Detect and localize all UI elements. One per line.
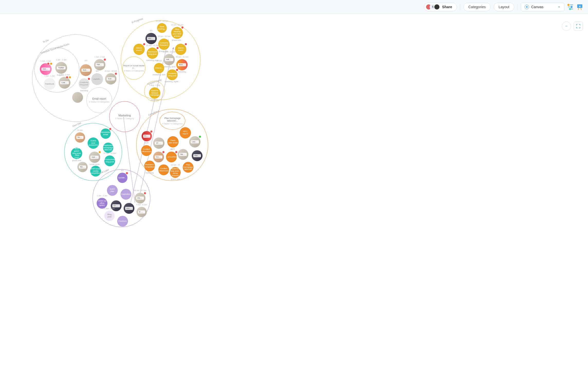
task-node-create[interactable]: Create all... bbox=[111, 200, 122, 211]
task-node-guestpost[interactable]: Guest post (LinkedIn) bbox=[88, 137, 99, 149]
task-node-schedule[interactable]: 2/3 Schedule... bbox=[80, 64, 92, 76]
view-select-value: Canvas bbox=[531, 5, 543, 9]
task-node-brief[interactable]: Brief social media competitors bbox=[90, 166, 101, 177]
categories-button[interactable]: Categories bbox=[463, 3, 491, 11]
cluster-inprogress[interactable]: In Progress Report on social media c... … bbox=[121, 20, 200, 100]
task-node-creativity2[interactable]: Creativity blog post marketing, digital.… bbox=[167, 69, 178, 80]
canvas-icon bbox=[525, 5, 529, 9]
chevron-down-icon: ▼ bbox=[558, 5, 561, 8]
cluster-later[interactable]: Done Later 0/3 Update... event plan insp… bbox=[93, 169, 150, 227]
task-node-flashsale[interactable]: Flash sale... work bbox=[142, 131, 152, 141]
task-node-subtle[interactable]: 21 Jun - 22 Jun Subtle... bbox=[105, 73, 116, 85]
cluster-label: Completed bbox=[148, 110, 159, 116]
task-node-smoothies[interactable]: 0/2 ...smoothies bbox=[166, 152, 177, 162]
task-node-techpost[interactable]: Tech guest blog post - Rich Lloyd @sara … bbox=[71, 148, 82, 159]
minus-icon: − bbox=[565, 24, 567, 29]
task-node-cleanup[interactable]: 1 Jun - 2 Jun Clean up office space bbox=[97, 198, 107, 209]
task-node-contact2[interactable]: Contact... bbox=[153, 152, 164, 162]
task-node-plan[interactable]: Plan homepage takeover bbox=[183, 162, 194, 173]
task-node-13hours[interactable]: 13 hours left... bbox=[153, 137, 164, 149]
task-node-eventplan[interactable]: event plan bbox=[107, 185, 118, 196]
fullscreen-icon bbox=[576, 24, 580, 28]
task-node-newppc[interactable]: New PPC... bbox=[178, 149, 188, 160]
zoom-out-button[interactable]: − bbox=[562, 22, 571, 31]
task-node-attend2[interactable]: Attend event bbox=[175, 44, 186, 55]
task-node-launch[interactable]: 0/3 Launch... bbox=[91, 73, 103, 85]
layout-label: Layout bbox=[499, 5, 509, 9]
task-node-monday[interactable]: 0/3 Monday... bbox=[145, 33, 157, 44]
task-node-contact1[interactable]: Contact influencers bbox=[141, 145, 152, 156]
task-node-cal[interactable] bbox=[72, 92, 83, 103]
subcluster-report-social[interactable]: Report on social media c... 4 Tasks / 0 … bbox=[122, 57, 145, 80]
subcluster-email-report[interactable]: Email report 2 Tasks / 0 Categories bbox=[86, 87, 112, 113]
task-node-twitter[interactable]: 2 Jun - 2 Jun Twitter Project L... bbox=[55, 62, 67, 74]
task-node-productivity[interactable]: 21 Jun - 22 Jun Productivity blog post bbox=[104, 155, 115, 166]
task-node-freeform[interactable]: Freeform bbox=[117, 216, 128, 227]
task-node-contact3[interactable]: Contact influencers bbox=[158, 164, 169, 175]
share-button[interactable]: 6 Share bbox=[424, 3, 457, 11]
task-node-8hours[interactable]: 4 Jun - 6 Jun 8 hours... bbox=[136, 207, 147, 217]
task-node-influencers[interactable]: 21 Jun - 22 Jun Influencers marketing, w… bbox=[163, 54, 175, 65]
task-node-creativity[interactable]: Creativity blog post marketing bbox=[79, 78, 89, 89]
layout-button[interactable]: Layout bbox=[494, 3, 514, 11]
filter-icon[interactable] bbox=[567, 4, 574, 10]
fullscreen-button[interactable] bbox=[574, 22, 583, 31]
separator bbox=[517, 4, 518, 10]
cluster-todo[interactable]: To Do Schedule Social Media Posts 1 Jun … bbox=[32, 34, 120, 122]
task-node-saas[interactable]: 13 Jun - 13 Jun Saas posting... bbox=[157, 23, 167, 33]
task-node-autumn[interactable]: 1 Aug - 2 Aug Autumn Season Campaign mar… bbox=[149, 87, 160, 99]
task-node-blogpost[interactable]: 4 Jun - 5 Jun Blog post bbox=[104, 211, 115, 221]
task-node-facebook[interactable]: 1 Jun - 1 Jun Facebook bbox=[44, 78, 56, 90]
cluster-label: In Progress bbox=[131, 17, 143, 24]
avatar bbox=[434, 4, 440, 10]
cluster-marketing[interactable]: Marketing 0 Tasks / 1 Category bbox=[109, 101, 140, 132]
task-node-attend1[interactable]: Attend event! bbox=[133, 44, 145, 55]
presentation-icon[interactable]: ✕ bbox=[577, 4, 583, 10]
task-node-stop[interactable]: 14 Jun - 14 Jun Stop wasting your time a… bbox=[171, 27, 183, 39]
cluster-label: To Do bbox=[42, 39, 49, 43]
task-node-social[interactable]: social media bbox=[124, 203, 134, 214]
task-node-research[interactable]: Research Competitors marketing bbox=[144, 161, 155, 171]
view-select[interactable]: Canvas ▼ bbox=[521, 3, 564, 11]
task-node-leadership[interactable]: 13 Jun - 15 Leadership blog post - Anna … bbox=[170, 167, 181, 178]
task-node-flashsale2[interactable]: Flash sale email work bbox=[167, 136, 179, 147]
zoom-controls: − bbox=[562, 22, 583, 31]
task-node-instagram[interactable]: 1 Jun - 1 Jun Instagram bbox=[40, 63, 52, 75]
task-node-report[interactable]: Report on... bbox=[77, 162, 88, 172]
categories-label: Categories bbox=[468, 5, 486, 9]
task-node-decide[interactable]: 26 Jun - 27 Jun Decide on... bbox=[135, 193, 145, 203]
task-node-relaunch[interactable]: Relaunch... bbox=[192, 150, 203, 161]
subcluster-label: Schedule Social Media Posts bbox=[40, 43, 69, 54]
task-node-update[interactable]: 0/3 Update... bbox=[117, 173, 127, 183]
separator bbox=[460, 4, 460, 10]
task-node-fifth[interactable]: 1 Jun - 2 Jun Fifth (and... bbox=[94, 59, 105, 70]
canvas-area[interactable]: − To Do Schedule Social Media Posts 1 Ju… bbox=[0, 14, 588, 371]
task-node-implement[interactable]: Implement homepage takeover bbox=[103, 143, 113, 153]
task-node-linkedin[interactable]: 2 Jun - 2 Jun LinkedIn bbox=[59, 77, 70, 89]
task-node-schedule2[interactable]: 14 Jun Schedule... bbox=[75, 132, 85, 143]
task-node-attend3[interactable]: 20 Jun Attend... marketing, work bbox=[154, 63, 164, 73]
task-node-inspiration[interactable]: inspiration bbox=[121, 189, 131, 200]
share-label: Share bbox=[442, 5, 452, 9]
task-node-company[interactable]: 10 Jun - 15 Jun Company Research @sara s… bbox=[158, 39, 170, 50]
cluster-label: Own Old bbox=[72, 122, 81, 127]
subcluster-plan-homepage[interactable]: Plan homepage takeover... 4 Tasks / 0 Ca… bbox=[160, 112, 185, 130]
cluster-completed[interactable]: Completed Plan homepage takeover... 4 Ta… bbox=[136, 109, 208, 181]
task-node-newsletter[interactable]: Newsletter email bbox=[100, 128, 111, 139]
share-avatars: 6 bbox=[426, 4, 440, 10]
task-node-ppcreport[interactable]: PPC report bbox=[180, 127, 191, 138]
task-node-teamwork[interactable]: 13 Jun - 15 Jun Teamwork blog post marke… bbox=[147, 48, 158, 59]
task-node-launchday[interactable]: Launch Day bbox=[189, 136, 200, 147]
task-node-instagram2[interactable]: Instagram... social media bbox=[89, 152, 100, 163]
subcluster-schedule-social[interactable]: Schedule Social Media Posts 1 Jun - 1 Ju… bbox=[34, 48, 79, 92]
top-toolbar: 6 Share Categories Layout Canvas ▼ ✕ bbox=[0, 0, 588, 14]
subcluster-autumn[interactable]: Autumn Camp 1 Aug - 2 Aug Autumn Season … bbox=[144, 81, 165, 101]
